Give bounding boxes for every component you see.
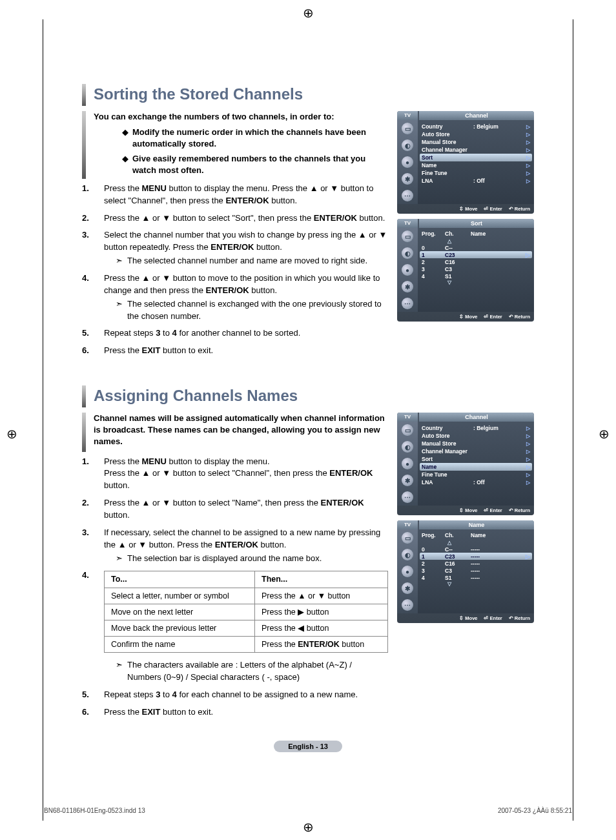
osd-screenshot: TVName ▭ ◐ ● ✱ ⋯ Prog.Ch.Name△0C-------1… xyxy=(397,520,534,623)
osd-footer: ⇳ Move ⏎ Enter ↶ Return xyxy=(397,506,534,515)
osd-sound-icon: ◐ xyxy=(402,139,413,151)
heading-sorting: Sorting the Stored Channels xyxy=(94,84,303,106)
osd-menu-item: Name▷ xyxy=(420,463,532,471)
osd-tv-label: TV xyxy=(397,111,418,120)
sub-text: The selected channel is exchanged with t… xyxy=(127,298,388,323)
osd-down-arrow: ▽ xyxy=(422,280,530,285)
osd-menu-item: Channel Manager▷ xyxy=(422,146,530,154)
sub-text: The characters available are : Letters o… xyxy=(127,659,388,684)
step-text: button. xyxy=(258,540,286,549)
step-2: 2. Press the ▲ or ▼ button to select "Na… xyxy=(82,497,388,522)
osd-enter: ⏎ Enter xyxy=(484,206,502,212)
osd-setup-icon: ✱ xyxy=(402,475,413,486)
osd-footer: ⇳ Move ⏎ Enter ↶ Return xyxy=(397,312,534,322)
osd-setup-icon: ✱ xyxy=(402,173,413,185)
osd-icon-rail: ▭ ◐ ● ✱ ⋯ xyxy=(397,228,418,312)
bullet-text: Modify the numeric order in which the ch… xyxy=(132,127,388,150)
registration-mark-top: ⊕ xyxy=(303,5,314,21)
osd-picture-icon: ▭ xyxy=(402,230,413,242)
osd-picture-icon: ▭ xyxy=(402,424,413,436)
step-3: 3. Select the channel number that you wi… xyxy=(82,229,388,267)
osd-menu-item: Country: Belgium▷ xyxy=(422,424,530,432)
step-text: button to exit. xyxy=(160,707,213,717)
osd-tv-label: TV xyxy=(397,219,418,228)
step-text: Press the ▲ or ▼ button to select "Chann… xyxy=(104,468,329,478)
intro-accent-bar xyxy=(82,413,86,452)
step-4: 4. Press the ▲ or ▼ button to move to th… xyxy=(82,272,388,322)
page-number: English - 13 xyxy=(274,741,342,752)
exit-label: EXIT xyxy=(142,707,161,717)
section2-row: Channel names will be assigned automatic… xyxy=(82,413,534,723)
sub-text: The selected channel number and name are… xyxy=(127,255,388,267)
table-cell: Move back the previous letter xyxy=(105,620,255,636)
step-text: Press the ▲ or ▼ button to select "Sort"… xyxy=(104,213,314,223)
step-3: 3. If necessary, select the channel to b… xyxy=(82,527,388,565)
osd-tv-label: TV xyxy=(397,520,418,529)
osd-up-arrow: △ xyxy=(422,238,530,244)
osd-menu-item: Name▷ xyxy=(422,161,530,169)
section2-lead: Channel names will be assigned automatic… xyxy=(94,413,388,448)
table-cell: Press the ▶ button xyxy=(255,604,388,620)
intro-accent-bar xyxy=(82,111,86,179)
osd-picture-icon: ▭ xyxy=(402,123,413,134)
osd-setup-icon: ✱ xyxy=(402,582,413,594)
osd-menu-item: Sort▷ xyxy=(420,154,532,161)
osd-setup-icon: ✱ xyxy=(402,281,413,292)
step-text: button. xyxy=(249,285,277,295)
osd-enter: ⏎ Enter xyxy=(484,507,502,513)
enter-label: ENTER/OK xyxy=(329,468,373,478)
section1-text: You can exchange the numbers of two chan… xyxy=(82,111,388,362)
osd-input-icon: ⋯ xyxy=(402,298,413,309)
step-text: Press the ▲ or ▼ button to select "Name"… xyxy=(104,498,321,507)
step-4: 4. To... Then... Select a letter, number… xyxy=(82,569,388,683)
osd-list-row: 0C------- xyxy=(422,546,530,553)
osd-list-header: Prog.Ch.Name xyxy=(422,230,530,238)
sub-note: ➣ The characters available are : Letters… xyxy=(116,659,388,684)
footer-filename: BN68-01186H-01Eng-0523.indd 13 xyxy=(44,807,145,814)
section-header-naming: Assigning Channels Names xyxy=(82,385,534,407)
step-text: button. xyxy=(254,242,282,252)
step-text: button. xyxy=(104,480,130,490)
osd-title: Name xyxy=(419,520,534,529)
osd-return: ↶ Return xyxy=(509,615,530,621)
osd-input-icon: ⋯ xyxy=(402,491,413,503)
exit-label: EXIT xyxy=(142,345,161,355)
step-text: Press the xyxy=(104,707,142,717)
osd-screenshot: TVChannel ▭ ◐ ● ✱ ⋯ Country: Belgium▷ Au… xyxy=(397,111,534,214)
step-6: 6. Press the EXIT button to exit. xyxy=(82,706,388,719)
header-accent-bar xyxy=(82,84,86,106)
step-text: for each channel to be assigned to a new… xyxy=(177,690,358,699)
enter-label: ENTER/OK xyxy=(321,498,364,507)
osd-channel-icon: ● xyxy=(402,156,413,168)
table-row: Move back the previous letter Press the … xyxy=(105,620,388,636)
section2-intro: Channel names will be assigned automatic… xyxy=(82,413,388,452)
osd-menu-item: LNA: Off▷ xyxy=(422,177,530,185)
osd-title: Channel xyxy=(419,111,534,120)
osd-title: Channel xyxy=(419,413,534,422)
osd-sound-icon: ◐ xyxy=(402,441,413,453)
table-cell: Confirm the name xyxy=(105,636,255,652)
osd-up-arrow: △ xyxy=(422,540,530,546)
registration-mark-left: ⊕ xyxy=(6,426,17,442)
osd-icon-rail: ▭ ◐ ● ✱ ⋯ xyxy=(397,120,418,204)
registration-mark-right: ⊕ xyxy=(599,426,610,442)
table-row: Move on the next letter Press the ▶ butt… xyxy=(105,604,388,620)
osd-list-row: 3C3----- xyxy=(422,567,530,574)
osd-list-row: 3C3 xyxy=(422,265,530,272)
step-text: Repeat steps xyxy=(104,690,156,699)
step-text: button. xyxy=(104,510,130,520)
osd-menu-item: Fine Tune▷ xyxy=(422,169,530,177)
table-cell: Select a letter, number or symbol xyxy=(105,588,255,604)
osd-icon-rail: ▭ ◐ ● ✱ ⋯ xyxy=(397,422,418,506)
enter-label: ENTER/OK xyxy=(215,540,258,549)
osd-move: ⇳ Move xyxy=(459,615,477,621)
osd-menu-item: Auto Store▷ xyxy=(422,432,530,440)
step-text: Press the xyxy=(104,456,142,466)
osd-menu-item: Auto Store▷ xyxy=(422,130,530,138)
table-row: Select a letter, number or symbol Press … xyxy=(105,588,388,604)
step-text: to xyxy=(160,328,172,338)
section1-lead: You can exchange the numbers of two chan… xyxy=(94,111,388,123)
heading-naming: Assigning Channels Names xyxy=(94,385,298,407)
table-header-then: Then... xyxy=(255,571,388,588)
bullet-item: ◆ Modify the numeric order in which the … xyxy=(122,127,388,150)
